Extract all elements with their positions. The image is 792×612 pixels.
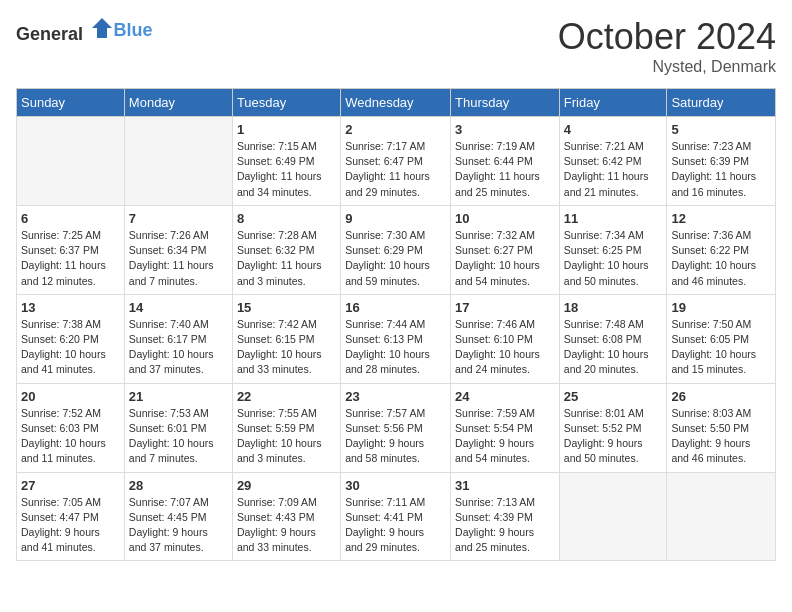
calendar-cell bbox=[559, 472, 667, 561]
calendar-cell: 7Sunrise: 7:26 AM Sunset: 6:34 PM Daylig… bbox=[124, 205, 232, 294]
calendar-cell: 29Sunrise: 7:09 AM Sunset: 4:43 PM Dayli… bbox=[232, 472, 340, 561]
day-number: 1 bbox=[237, 122, 336, 137]
calendar-cell: 27Sunrise: 7:05 AM Sunset: 4:47 PM Dayli… bbox=[17, 472, 125, 561]
day-number: 10 bbox=[455, 211, 555, 226]
logo-blue: Blue bbox=[114, 20, 153, 40]
column-header-wednesday: Wednesday bbox=[341, 89, 451, 117]
day-info: Sunrise: 7:13 AM Sunset: 4:39 PM Dayligh… bbox=[455, 495, 555, 556]
calendar-cell: 15Sunrise: 7:42 AM Sunset: 6:15 PM Dayli… bbox=[232, 294, 340, 383]
day-info: Sunrise: 7:21 AM Sunset: 6:42 PM Dayligh… bbox=[564, 139, 663, 200]
day-info: Sunrise: 7:46 AM Sunset: 6:10 PM Dayligh… bbox=[455, 317, 555, 378]
day-number: 19 bbox=[671, 300, 771, 315]
calendar-cell: 25Sunrise: 8:01 AM Sunset: 5:52 PM Dayli… bbox=[559, 383, 667, 472]
day-number: 12 bbox=[671, 211, 771, 226]
day-number: 8 bbox=[237, 211, 336, 226]
calendar-cell: 26Sunrise: 8:03 AM Sunset: 5:50 PM Dayli… bbox=[667, 383, 776, 472]
calendar-cell: 12Sunrise: 7:36 AM Sunset: 6:22 PM Dayli… bbox=[667, 205, 776, 294]
day-number: 24 bbox=[455, 389, 555, 404]
day-info: Sunrise: 7:19 AM Sunset: 6:44 PM Dayligh… bbox=[455, 139, 555, 200]
day-info: Sunrise: 7:38 AM Sunset: 6:20 PM Dayligh… bbox=[21, 317, 120, 378]
day-info: Sunrise: 8:01 AM Sunset: 5:52 PM Dayligh… bbox=[564, 406, 663, 467]
day-info: Sunrise: 7:34 AM Sunset: 6:25 PM Dayligh… bbox=[564, 228, 663, 289]
calendar-cell: 20Sunrise: 7:52 AM Sunset: 6:03 PM Dayli… bbox=[17, 383, 125, 472]
calendar-header-row: SundayMondayTuesdayWednesdayThursdayFrid… bbox=[17, 89, 776, 117]
column-header-friday: Friday bbox=[559, 89, 667, 117]
day-number: 15 bbox=[237, 300, 336, 315]
calendar-cell: 5Sunrise: 7:23 AM Sunset: 6:39 PM Daylig… bbox=[667, 117, 776, 206]
day-number: 16 bbox=[345, 300, 446, 315]
day-info: Sunrise: 7:53 AM Sunset: 6:01 PM Dayligh… bbox=[129, 406, 228, 467]
column-header-monday: Monday bbox=[124, 89, 232, 117]
calendar-week-row: 6Sunrise: 7:25 AM Sunset: 6:37 PM Daylig… bbox=[17, 205, 776, 294]
calendar-cell: 2Sunrise: 7:17 AM Sunset: 6:47 PM Daylig… bbox=[341, 117, 451, 206]
day-number: 29 bbox=[237, 478, 336, 493]
day-info: Sunrise: 7:32 AM Sunset: 6:27 PM Dayligh… bbox=[455, 228, 555, 289]
day-info: Sunrise: 7:30 AM Sunset: 6:29 PM Dayligh… bbox=[345, 228, 446, 289]
calendar-week-row: 27Sunrise: 7:05 AM Sunset: 4:47 PM Dayli… bbox=[17, 472, 776, 561]
day-info: Sunrise: 7:48 AM Sunset: 6:08 PM Dayligh… bbox=[564, 317, 663, 378]
day-info: Sunrise: 7:25 AM Sunset: 6:37 PM Dayligh… bbox=[21, 228, 120, 289]
calendar-week-row: 13Sunrise: 7:38 AM Sunset: 6:20 PM Dayli… bbox=[17, 294, 776, 383]
calendar-cell: 21Sunrise: 7:53 AM Sunset: 6:01 PM Dayli… bbox=[124, 383, 232, 472]
month-title: October 2024 bbox=[558, 16, 776, 58]
calendar-cell: 16Sunrise: 7:44 AM Sunset: 6:13 PM Dayli… bbox=[341, 294, 451, 383]
day-info: Sunrise: 7:11 AM Sunset: 4:41 PM Dayligh… bbox=[345, 495, 446, 556]
day-info: Sunrise: 7:44 AM Sunset: 6:13 PM Dayligh… bbox=[345, 317, 446, 378]
calendar-cell: 9Sunrise: 7:30 AM Sunset: 6:29 PM Daylig… bbox=[341, 205, 451, 294]
calendar-cell: 31Sunrise: 7:13 AM Sunset: 4:39 PM Dayli… bbox=[451, 472, 560, 561]
day-info: Sunrise: 7:40 AM Sunset: 6:17 PM Dayligh… bbox=[129, 317, 228, 378]
day-info: Sunrise: 7:59 AM Sunset: 5:54 PM Dayligh… bbox=[455, 406, 555, 467]
day-number: 7 bbox=[129, 211, 228, 226]
calendar-cell: 14Sunrise: 7:40 AM Sunset: 6:17 PM Dayli… bbox=[124, 294, 232, 383]
day-number: 14 bbox=[129, 300, 228, 315]
day-number: 17 bbox=[455, 300, 555, 315]
day-info: Sunrise: 7:42 AM Sunset: 6:15 PM Dayligh… bbox=[237, 317, 336, 378]
calendar-cell: 3Sunrise: 7:19 AM Sunset: 6:44 PM Daylig… bbox=[451, 117, 560, 206]
calendar-cell: 4Sunrise: 7:21 AM Sunset: 6:42 PM Daylig… bbox=[559, 117, 667, 206]
logo: General Blue bbox=[16, 16, 153, 45]
day-number: 22 bbox=[237, 389, 336, 404]
day-info: Sunrise: 7:05 AM Sunset: 4:47 PM Dayligh… bbox=[21, 495, 120, 556]
day-info: Sunrise: 8:03 AM Sunset: 5:50 PM Dayligh… bbox=[671, 406, 771, 467]
day-number: 4 bbox=[564, 122, 663, 137]
day-info: Sunrise: 7:36 AM Sunset: 6:22 PM Dayligh… bbox=[671, 228, 771, 289]
calendar-cell bbox=[124, 117, 232, 206]
column-header-tuesday: Tuesday bbox=[232, 89, 340, 117]
calendar-cell: 18Sunrise: 7:48 AM Sunset: 6:08 PM Dayli… bbox=[559, 294, 667, 383]
calendar-cell: 1Sunrise: 7:15 AM Sunset: 6:49 PM Daylig… bbox=[232, 117, 340, 206]
day-number: 25 bbox=[564, 389, 663, 404]
day-info: Sunrise: 7:52 AM Sunset: 6:03 PM Dayligh… bbox=[21, 406, 120, 467]
day-info: Sunrise: 7:28 AM Sunset: 6:32 PM Dayligh… bbox=[237, 228, 336, 289]
day-number: 20 bbox=[21, 389, 120, 404]
logo-general: General bbox=[16, 24, 83, 44]
day-number: 26 bbox=[671, 389, 771, 404]
calendar-cell: 30Sunrise: 7:11 AM Sunset: 4:41 PM Dayli… bbox=[341, 472, 451, 561]
calendar-cell bbox=[17, 117, 125, 206]
calendar-cell: 6Sunrise: 7:25 AM Sunset: 6:37 PM Daylig… bbox=[17, 205, 125, 294]
calendar-week-row: 1Sunrise: 7:15 AM Sunset: 6:49 PM Daylig… bbox=[17, 117, 776, 206]
calendar-cell: 11Sunrise: 7:34 AM Sunset: 6:25 PM Dayli… bbox=[559, 205, 667, 294]
logo-icon bbox=[90, 16, 114, 40]
day-info: Sunrise: 7:55 AM Sunset: 5:59 PM Dayligh… bbox=[237, 406, 336, 467]
calendar-cell: 23Sunrise: 7:57 AM Sunset: 5:56 PM Dayli… bbox=[341, 383, 451, 472]
day-info: Sunrise: 7:17 AM Sunset: 6:47 PM Dayligh… bbox=[345, 139, 446, 200]
day-number: 2 bbox=[345, 122, 446, 137]
day-info: Sunrise: 7:23 AM Sunset: 6:39 PM Dayligh… bbox=[671, 139, 771, 200]
day-number: 13 bbox=[21, 300, 120, 315]
calendar-cell: 28Sunrise: 7:07 AM Sunset: 4:45 PM Dayli… bbox=[124, 472, 232, 561]
day-info: Sunrise: 7:15 AM Sunset: 6:49 PM Dayligh… bbox=[237, 139, 336, 200]
column-header-thursday: Thursday bbox=[451, 89, 560, 117]
day-info: Sunrise: 7:09 AM Sunset: 4:43 PM Dayligh… bbox=[237, 495, 336, 556]
title-block: October 2024 Nysted, Denmark bbox=[558, 16, 776, 76]
calendar-table: SundayMondayTuesdayWednesdayThursdayFrid… bbox=[16, 88, 776, 561]
location: Nysted, Denmark bbox=[558, 58, 776, 76]
day-number: 21 bbox=[129, 389, 228, 404]
day-number: 31 bbox=[455, 478, 555, 493]
day-number: 23 bbox=[345, 389, 446, 404]
day-info: Sunrise: 7:07 AM Sunset: 4:45 PM Dayligh… bbox=[129, 495, 228, 556]
day-number: 9 bbox=[345, 211, 446, 226]
calendar-cell: 8Sunrise: 7:28 AM Sunset: 6:32 PM Daylig… bbox=[232, 205, 340, 294]
day-number: 28 bbox=[129, 478, 228, 493]
day-number: 11 bbox=[564, 211, 663, 226]
calendar-cell: 19Sunrise: 7:50 AM Sunset: 6:05 PM Dayli… bbox=[667, 294, 776, 383]
